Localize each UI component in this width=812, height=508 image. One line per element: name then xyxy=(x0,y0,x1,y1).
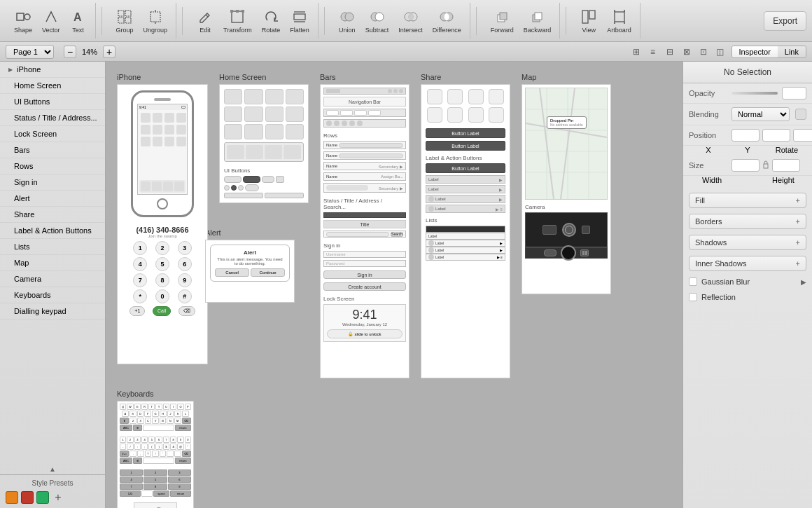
artboard-frame-map[interactable]: Dropped Pin No address available Camera xyxy=(522,84,611,294)
borders-btn[interactable]: Borders + xyxy=(689,214,806,229)
gaussian-blur-checkbox[interactable] xyxy=(689,277,697,286)
sidebar-item-labelaction[interactable]: Label & Action Buttons xyxy=(0,223,105,239)
sidebar-item-status[interactable]: Status / Title / Address... xyxy=(0,110,105,126)
artboard-frame-share[interactable]: Button Label Button Label Label & Action… xyxy=(421,84,510,378)
reflection-checkbox[interactable] xyxy=(689,293,697,301)
ungroup-btn[interactable]: Ungroup xyxy=(139,6,172,36)
backward-btn[interactable]: Backward xyxy=(519,6,556,36)
arrange-tools: Forward Backward xyxy=(482,3,561,39)
forward-btn[interactable]: Forward xyxy=(486,6,518,36)
sidebar-item-camera[interactable]: Camera xyxy=(0,271,105,287)
rotate-input[interactable] xyxy=(793,129,812,142)
union-btn[interactable]: Union xyxy=(335,6,360,36)
svg-rect-31 xyxy=(589,11,595,19)
opacity-slider[interactable] xyxy=(732,92,778,95)
blending-arrow[interactable] xyxy=(795,109,806,120)
sidebar-item-map[interactable]: Map xyxy=(0,255,105,271)
flatten-label: Flatten xyxy=(290,27,309,34)
shadows-btn[interactable]: Shadows + xyxy=(689,235,806,250)
shadows-label: Shadows xyxy=(695,238,727,247)
export-btn[interactable]: Export xyxy=(764,11,806,31)
x-input[interactable] xyxy=(732,129,760,142)
svg-rect-15 xyxy=(294,14,305,20)
position-inputs xyxy=(732,129,812,142)
sidebar-item-keyboards[interactable]: Keyboards xyxy=(0,287,105,303)
view-btn[interactable]: View xyxy=(576,6,601,36)
fill-label: Fill xyxy=(695,196,705,205)
sidebar-item-iphone[interactable]: ▶ iPhone xyxy=(0,62,105,78)
sidebar-item-alert[interactable]: Alert xyxy=(0,191,105,207)
vector-tool[interactable]: Vector xyxy=(38,6,64,36)
sidebar-label-share: Share xyxy=(14,210,34,219)
color-swatch-green[interactable] xyxy=(36,491,49,504)
height-input[interactable] xyxy=(772,159,800,172)
intersect-btn[interactable]: Intersect xyxy=(394,6,427,36)
align-btn-3[interactable]: ⊡ xyxy=(696,45,710,59)
list-view-btn[interactable]: ≡ xyxy=(646,45,660,59)
inner-shadows-btn[interactable]: Inner Shadows + xyxy=(689,256,806,271)
artboard-frame-keyboards[interactable]: Q W E R T Y U I O P A xyxy=(117,401,194,508)
svg-point-19 xyxy=(345,13,354,21)
sidebar-item-rows[interactable]: Rows xyxy=(0,158,105,174)
sidebar-item-signin[interactable]: Sign in xyxy=(0,174,105,191)
opacity-value[interactable] xyxy=(782,87,806,99)
blending-select[interactable]: Normal xyxy=(732,107,790,121)
intersect-icon xyxy=(402,8,419,25)
artboard-btn[interactable]: Artboard xyxy=(603,6,636,36)
text-tool[interactable]: A Text xyxy=(66,6,91,36)
backward-label: Backward xyxy=(524,27,552,34)
y-input[interactable] xyxy=(762,129,790,142)
sidebar-collapse-btn[interactable]: ▲ xyxy=(0,464,105,474)
artboard-share: Share Button Label xyxy=(421,73,510,378)
opacity-row: Opacity xyxy=(683,83,812,104)
color-presets: + xyxy=(6,491,99,504)
artboard-frame-alert[interactable]: Alert This is an alert message. You need… xyxy=(205,240,295,303)
svg-rect-12 xyxy=(230,10,233,13)
fill-btn[interactable]: Fill + xyxy=(689,193,806,208)
sidebar-item-uibuttons[interactable]: UI Buttons xyxy=(0,94,105,110)
sidebar-item-bars[interactable]: Bars xyxy=(0,142,105,158)
zoom-out-btn[interactable]: − xyxy=(64,46,76,58)
artboard-bars: Bars Navigation Bar xyxy=(320,73,410,378)
group-btn[interactable]: Group xyxy=(112,6,138,36)
difference-btn[interactable]: Difference xyxy=(428,6,465,36)
artboard-frame-homescreen[interactable]: UI Buttons xyxy=(219,84,309,203)
color-swatch-red[interactable] xyxy=(21,491,34,504)
width-label: Width xyxy=(698,176,726,184)
page-select[interactable]: Page 1 xyxy=(6,45,54,59)
canvas-content: iPhone 9:41 xyxy=(117,73,671,508)
rotate-btn[interactable]: Rotate xyxy=(258,6,285,36)
canvas-area[interactable]: iPhone 9:41 xyxy=(106,62,682,508)
sidebar-item-lockscreen[interactable]: Lock Screen xyxy=(0,126,105,142)
edit-btn[interactable]: Edit xyxy=(192,6,218,36)
lock-proportions-btn[interactable] xyxy=(762,159,769,170)
align-btn-1[interactable]: ⊟ xyxy=(663,45,677,59)
inspector-tab[interactable]: Inspector xyxy=(732,46,778,57)
sidebar-item-lists[interactable]: Lists xyxy=(0,239,105,255)
transform-btn[interactable]: Transform xyxy=(219,6,256,36)
difference-icon xyxy=(438,8,455,25)
link-tab[interactable]: Link xyxy=(778,46,806,57)
subtract-btn[interactable]: Subtract xyxy=(361,6,393,36)
zoom-in-btn[interactable]: + xyxy=(103,46,115,58)
width-input[interactable] xyxy=(732,159,760,172)
add-preset-btn[interactable]: + xyxy=(52,491,64,504)
inner-shadows-label: Inner Shadows xyxy=(695,259,746,268)
sidebar-footer: Style Presets + xyxy=(0,474,105,508)
align-btn-2[interactable]: ⊠ xyxy=(680,45,694,59)
sidebar-item-dialpad[interactable]: Dialling keypad xyxy=(0,303,105,320)
artboard-frame-bars[interactable]: Navigation Bar xyxy=(320,84,410,378)
artboard-frame-iphone[interactable]: 9:41 xyxy=(117,84,208,364)
color-swatch-orange[interactable] xyxy=(6,491,18,504)
zoom-control: − 14% + xyxy=(64,46,115,58)
zoom-value: 14% xyxy=(79,48,100,56)
sidebar-item-homescreen[interactable]: Home Screen xyxy=(0,78,105,94)
align-btn-4[interactable]: ◫ xyxy=(713,45,727,59)
flatten-btn[interactable]: Flatten xyxy=(286,6,314,36)
shape-tool[interactable]: Shape xyxy=(10,6,36,36)
sidebar-item-share[interactable]: Share xyxy=(0,207,105,223)
artboard-title-homescreen: Home Screen xyxy=(219,73,309,81)
grid-view-btn[interactable]: ⊞ xyxy=(629,45,643,59)
svg-rect-3 xyxy=(118,11,124,16)
sidebar-label-alert: Alert xyxy=(14,194,30,202)
